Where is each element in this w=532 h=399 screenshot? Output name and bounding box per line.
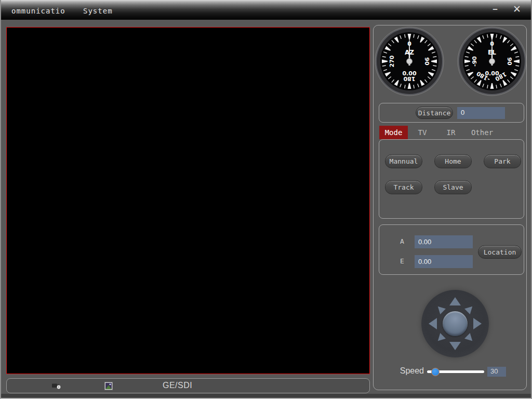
manual-button[interactable]: Mannual (385, 154, 422, 168)
slave-button[interactable]: Slave (434, 180, 472, 194)
speed-label: Speed (395, 366, 424, 377)
gauge-value: 0.00 (485, 70, 499, 77)
video-display-area (6, 27, 370, 374)
gauge-tick-label: 270 (389, 55, 395, 67)
speed-slider-thumb[interactable] (431, 368, 440, 376)
elevation-gauge: 090180-180-90EL0.00 (457, 26, 527, 97)
gauge-tick-label: -90 (471, 56, 478, 66)
azimuth-gauge: 090180270AZ0.00 (374, 26, 445, 97)
tab-other[interactable]: Other (466, 126, 498, 139)
gauge-center-label: AZ (405, 49, 414, 56)
application-window: ommunicatio System – ✕ GE/SDI (0, 0, 532, 399)
joystick-up-arrow[interactable] (449, 297, 461, 305)
park-button[interactable]: Park (484, 154, 521, 168)
tab-tv[interactable]: TV (411, 126, 433, 139)
track-button[interactable]: Track (385, 180, 422, 194)
minimize-button[interactable]: – (487, 2, 503, 17)
video-source-label: GE/SDI (163, 381, 192, 390)
gauge-tick-label: 90 (506, 57, 513, 65)
joystick-control (421, 290, 489, 357)
joystick-down-left-arrow[interactable] (435, 333, 446, 344)
close-button[interactable]: ✕ (509, 2, 525, 17)
gauge-center-label: EL (488, 49, 496, 56)
gauge-pivot (407, 59, 413, 64)
joystick-down-arrow[interactable] (449, 342, 461, 350)
elevation-input[interactable]: 0.00 (415, 255, 473, 268)
menu-communication[interactable]: ommunicatio (8, 0, 69, 20)
gauge-pivot (489, 59, 495, 64)
snapshot-icon[interactable] (104, 382, 113, 392)
azimuth-field-label: A (400, 237, 404, 245)
gauge-value: 0.00 (402, 70, 416, 77)
camera-icon[interactable] (51, 382, 61, 392)
location-group: A 0.00 E 0.00 Location (379, 224, 524, 275)
location-button[interactable]: Location (478, 245, 522, 259)
joystick-up-right-arrow[interactable] (464, 303, 475, 314)
tab-ir[interactable]: IR (440, 126, 462, 139)
status-bar: GE/SDI (6, 378, 370, 393)
title-bar: ommunicatio System – ✕ (1, 0, 531, 20)
home-button[interactable]: Home (434, 154, 472, 168)
joystick-knob[interactable] (443, 311, 468, 336)
joystick-up-left-arrow[interactable] (435, 303, 446, 314)
gauge-tick-label: 90 (423, 57, 430, 65)
window-bottom-edge (1, 394, 531, 399)
tab-mode[interactable]: Mode (379, 126, 408, 139)
joystick-right-arrow[interactable] (473, 318, 482, 329)
speed-value-input[interactable]: 30 (487, 367, 506, 377)
distance-button[interactable]: Distance (416, 107, 453, 119)
azimuth-input[interactable]: 0.00 (415, 235, 473, 248)
joystick-left-arrow[interactable] (429, 318, 437, 329)
elevation-field-label: E (400, 257, 404, 265)
mode-tab-panel: Mannual Home Park Track Slave (379, 139, 524, 219)
distance-group: Distance 0 (379, 103, 524, 123)
distance-input[interactable]: 0 (457, 107, 505, 119)
joystick-down-right-arrow[interactable] (464, 333, 475, 344)
menu-system[interactable]: System (80, 0, 116, 20)
